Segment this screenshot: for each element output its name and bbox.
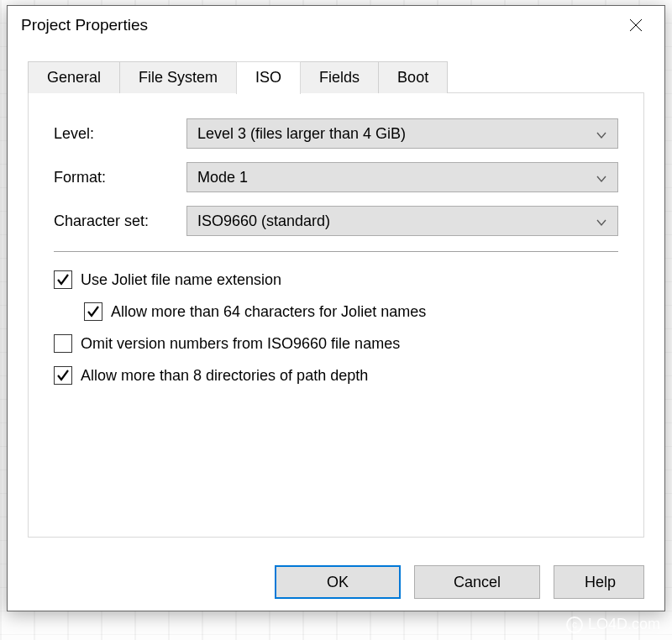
row-format: Format: Mode 1: [54, 162, 618, 192]
button-row: OK Cancel Help: [275, 565, 644, 599]
chevron-down-icon: [596, 215, 607, 227]
tab-fields[interactable]: Fields: [300, 61, 379, 93]
watermark-text: LO4D.com: [588, 616, 660, 633]
label-charset: Character set:: [54, 212, 186, 230]
dialog-title: Project Properties: [21, 16, 148, 34]
checkbox-icon: [54, 366, 72, 385]
tab-panel-iso: Level: Level 3 (files larger than 4 GiB)…: [28, 92, 644, 538]
checkbox-joliet64[interactable]: Allow more than 64 characters for Joliet…: [84, 302, 618, 321]
chevron-down-icon: [596, 171, 607, 183]
watermark: c LO4D.com: [566, 616, 660, 633]
help-button[interactable]: Help: [554, 565, 644, 599]
titlebar: Project Properties: [8, 6, 664, 45]
label-format: Format:: [54, 169, 186, 186]
row-level: Level: Level 3 (files larger than 4 GiB): [54, 118, 618, 149]
row-charset: Character set: ISO9660 (standard): [54, 206, 618, 236]
project-properties-dialog: Project Properties General File System I…: [7, 5, 665, 611]
checkbox-joliet[interactable]: Use Joliet file name extension: [54, 270, 618, 289]
close-icon: [629, 18, 643, 32]
tab-iso[interactable]: ISO: [236, 61, 301, 94]
chevron-down-icon: [596, 128, 607, 139]
combo-level-value: Level 3 (files larger than 4 GiB): [197, 125, 406, 143]
label-level: Level:: [54, 125, 186, 143]
tab-boot[interactable]: Boot: [378, 61, 448, 93]
combo-format[interactable]: Mode 1: [186, 162, 618, 192]
checkbox-icon: [84, 302, 102, 321]
cancel-button[interactable]: Cancel: [414, 565, 540, 599]
content-area: General File System ISO Fields Boot Leve…: [8, 45, 664, 538]
tab-file-system[interactable]: File System: [119, 61, 237, 93]
combo-format-value: Mode 1: [197, 169, 248, 186]
copyright-icon: c: [566, 616, 583, 633]
checkbox-joliet-label: Use Joliet file name extension: [81, 271, 281, 289]
checkbox-icon: [54, 270, 72, 289]
combo-charset-value: ISO9660 (standard): [197, 212, 330, 230]
tab-strip: General File System ISO Fields Boot: [28, 61, 644, 93]
ok-button[interactable]: OK: [275, 565, 401, 599]
divider: [54, 251, 618, 252]
combo-charset[interactable]: ISO9660 (standard): [186, 206, 618, 236]
checkbox-omit[interactable]: Omit version numbers from ISO9660 file n…: [54, 334, 618, 353]
checkbox-omit-label: Omit version numbers from ISO9660 file n…: [81, 335, 400, 353]
checkbox-joliet64-label: Allow more than 64 characters for Joliet…: [111, 303, 426, 321]
checkbox-icon: [54, 334, 72, 353]
close-button[interactable]: [619, 12, 653, 39]
checkbox-depth[interactable]: Allow more than 8 directories of path de…: [54, 366, 618, 385]
combo-level[interactable]: Level 3 (files larger than 4 GiB): [186, 118, 618, 149]
tab-general[interactable]: General: [28, 61, 120, 93]
checkbox-depth-label: Allow more than 8 directories of path de…: [81, 367, 368, 385]
